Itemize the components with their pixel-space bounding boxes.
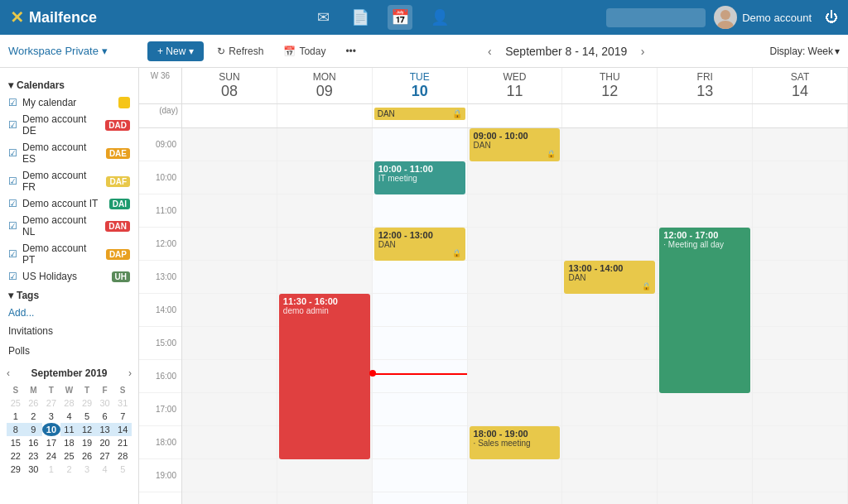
calendar-item-4[interactable]: ☑ Demo account IT DAI	[0, 195, 138, 212]
nav-contacts-icon[interactable]: 👤	[427, 5, 452, 30]
mini-cal-day[interactable]: 23	[25, 449, 43, 463]
tags-title[interactable]: ▾ Tags	[8, 290, 130, 301]
event-2-1[interactable]: 12:00 - 13:00 DAN 🔒	[374, 228, 465, 261]
event-5-0[interactable]: 12:00 - 17:00 · Meeting all day	[659, 228, 750, 393]
nav-email-icon[interactable]: ✉	[314, 5, 333, 30]
display-selector[interactable]: Display: Week ▾	[770, 46, 840, 57]
refresh-button[interactable]: ↻ Refresh	[210, 42, 270, 60]
polls-link[interactable]: Polls	[0, 341, 138, 361]
next-week-button[interactable]: ›	[636, 42, 650, 60]
mini-cal-day[interactable]: 26	[78, 449, 96, 463]
mini-cal-day[interactable]: 2	[25, 410, 43, 423]
mini-cal-day[interactable]: 15	[7, 436, 25, 449]
mini-cal-day[interactable]: 29	[78, 396, 96, 410]
mini-cal-day[interactable]: 26	[25, 396, 43, 410]
all-day-cell-1[interactable]	[277, 104, 373, 127]
mini-cal-day[interactable]: 13	[96, 423, 114, 436]
mini-cal-day[interactable]: 28	[60, 396, 79, 410]
cal-checkbox-0[interactable]: ☑	[8, 97, 17, 108]
mini-cal-day[interactable]: 3	[78, 463, 96, 476]
calendar-item-0[interactable]: ☑ My calendar	[0, 94, 138, 111]
all-day-cell-3[interactable]	[468, 104, 563, 127]
mini-cal-day[interactable]: 6	[96, 410, 114, 423]
calendar-item-3[interactable]: ☑ Demo account FR DAF	[0, 167, 138, 195]
day-col-1[interactable]: 11:30 - 16:00 demo admin	[277, 128, 373, 504]
all-day-cell-6[interactable]	[753, 104, 848, 127]
event-4-0[interactable]: 13:00 - 14:00 DAN 🔒	[564, 261, 655, 294]
mini-cal-day[interactable]: 7	[113, 410, 132, 423]
day-col-6[interactable]	[753, 128, 848, 504]
event-3-0[interactable]: 09:00 - 10:00 DAN 🔒	[470, 128, 561, 161]
mini-cal-day[interactable]: 27	[42, 396, 60, 410]
cal-checkbox-2[interactable]: ☑	[8, 147, 17, 159]
day-col-2[interactable]: 10:00 - 11:00 IT meeting 12:00 - 13:00 D…	[373, 128, 468, 504]
nav-docs-icon[interactable]: 📄	[348, 5, 373, 30]
event-3-1[interactable]: 18:00 - 19:00 · Sales meeting	[470, 426, 561, 459]
cal-checkbox-7[interactable]: ☑	[8, 271, 17, 282]
mini-cal-day[interactable]: 20	[96, 436, 114, 449]
mini-cal-day[interactable]: 1	[42, 463, 60, 476]
workspace-selector[interactable]: Workspace Private ▾	[8, 45, 141, 57]
mini-cal-day[interactable]: 9	[25, 423, 43, 436]
calendars-section-title[interactable]: ▾ Calendars	[0, 74, 138, 94]
mini-cal-day[interactable]: 28	[113, 449, 132, 463]
search-input[interactable]	[606, 8, 706, 27]
prev-week-button[interactable]: ‹	[483, 42, 497, 60]
mini-cal-day[interactable]: 4	[60, 410, 79, 423]
day-col-5[interactable]: 12:00 - 17:00 · Meeting all day	[658, 128, 753, 504]
mini-cal-day[interactable]: 27	[96, 449, 114, 463]
mini-cal-day[interactable]: 30	[25, 463, 43, 476]
mini-cal-day[interactable]: 17	[42, 436, 60, 449]
cal-checkbox-3[interactable]: ☑	[8, 175, 17, 187]
calendar-item-6[interactable]: ☑ Demo account PT DAP	[0, 240, 138, 268]
all-day-event-2[interactable]: DAN 🔒	[374, 108, 465, 120]
mini-cal-day[interactable]: 14	[113, 423, 132, 436]
all-day-cell-2[interactable]: DAN 🔒	[373, 104, 468, 127]
mini-cal-day[interactable]: 31	[113, 396, 132, 410]
all-day-cell-5[interactable]	[658, 104, 753, 127]
calendar-item-7[interactable]: ☑ US Holidays UH	[0, 268, 138, 285]
all-day-cell-0[interactable]	[182, 104, 277, 127]
mini-cal-day[interactable]: 5	[113, 463, 132, 476]
power-icon[interactable]: ⏻	[825, 10, 838, 25]
mini-cal-day[interactable]: 22	[7, 449, 25, 463]
mini-cal-day[interactable]: 19	[78, 436, 96, 449]
mini-cal-day[interactable]: 16	[25, 436, 43, 449]
invitations-link[interactable]: Invitations	[0, 321, 138, 341]
calendar-item-1[interactable]: ☑ Demo account DE DAD	[0, 111, 138, 139]
mini-cal-day[interactable]: 8	[7, 423, 25, 436]
mini-cal-day[interactable]: 29	[7, 463, 25, 476]
mini-cal-next[interactable]: ›	[128, 367, 132, 379]
calendar-item-5[interactable]: ☑ Demo account NL DAN	[0, 212, 138, 240]
mini-cal-day[interactable]: 24	[42, 449, 60, 463]
mini-cal-day[interactable]: 25	[7, 396, 25, 410]
mini-cal-day[interactable]: 11	[60, 423, 79, 436]
cal-checkbox-6[interactable]: ☑	[8, 248, 17, 260]
event-2-0[interactable]: 10:00 - 11:00 IT meeting	[374, 161, 465, 194]
user-area[interactable]: Demo account	[714, 6, 812, 29]
cal-checkbox-4[interactable]: ☑	[8, 198, 17, 209]
mini-cal-prev[interactable]: ‹	[7, 367, 10, 379]
cal-checkbox-1[interactable]: ☑	[8, 119, 17, 131]
day-col-4[interactable]: 13:00 - 14:00 DAN 🔒	[562, 128, 658, 504]
day-col-0[interactable]	[182, 128, 277, 504]
mini-cal-day[interactable]: 25	[60, 449, 79, 463]
mini-cal-day[interactable]: 12	[78, 423, 96, 436]
all-day-cell-4[interactable]	[562, 104, 658, 127]
nav-calendar-icon[interactable]: 📅	[388, 5, 412, 30]
mini-cal-day[interactable]: 18	[60, 436, 79, 449]
day-col-3[interactable]: 09:00 - 10:00 DAN 🔒18:00 - 19:00 · Sales…	[468, 128, 563, 504]
mini-cal-day[interactable]: 30	[96, 396, 114, 410]
calendar-item-2[interactable]: ☑ Demo account ES DAE	[0, 139, 138, 167]
mini-cal-day[interactable]: 2	[60, 463, 79, 476]
mini-cal-day[interactable]: 21	[113, 436, 132, 449]
more-options-button[interactable]: •••	[339, 42, 363, 60]
today-button[interactable]: 📅 Today	[277, 42, 332, 60]
add-tag-link[interactable]: Add...	[0, 305, 138, 321]
mini-cal-day[interactable]: 5	[78, 410, 96, 423]
mini-cal-day[interactable]: 3	[42, 410, 60, 423]
mini-cal-day[interactable]: 4	[96, 463, 114, 476]
mini-cal-day[interactable]: 10	[42, 423, 60, 436]
event-1-0[interactable]: 11:30 - 16:00 demo admin	[279, 294, 370, 459]
cal-checkbox-5[interactable]: ☑	[8, 220, 17, 232]
